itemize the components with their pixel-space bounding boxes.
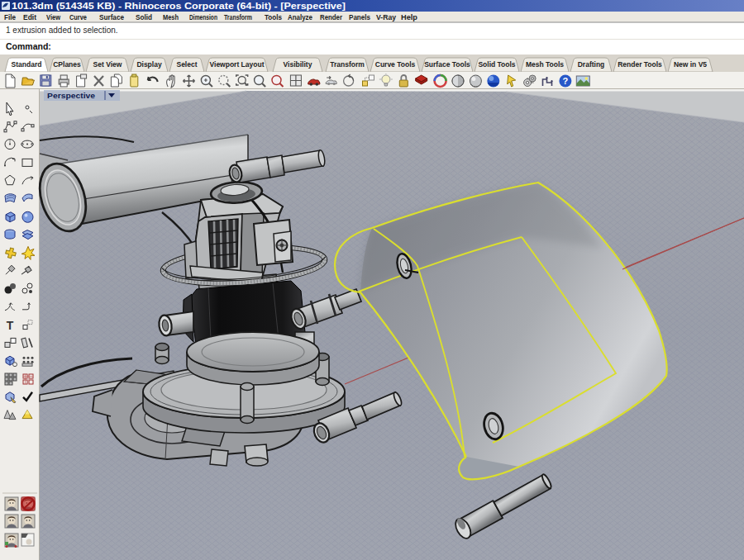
svg-text:Help: Help bbox=[401, 12, 417, 21]
svg-text:Solid Tools: Solid Tools bbox=[478, 60, 515, 69]
svg-text:1 extrusion added to selection: 1 extrusion added to selection. bbox=[6, 26, 118, 35]
svg-text:Solid: Solid bbox=[136, 12, 152, 21]
svg-text:Command:: Command: bbox=[6, 41, 51, 51]
svg-text:Display: Display bbox=[136, 60, 162, 69]
svg-text:101.3dm (514345 KB) - Rhinocer: 101.3dm (514345 KB) - Rhinoceros Corpora… bbox=[12, 2, 346, 11]
svg-text:Tools: Tools bbox=[265, 12, 282, 21]
svg-text:Panels: Panels bbox=[349, 12, 370, 21]
svg-text:Mesh Tools: Mesh Tools bbox=[526, 60, 564, 69]
svg-text:V-Ray: V-Ray bbox=[376, 12, 397, 21]
svg-text:Curve: Curve bbox=[69, 12, 87, 21]
svg-text:?: ? bbox=[563, 76, 569, 86]
svg-text:T: T bbox=[7, 319, 14, 332]
svg-text:CPlanes: CPlanes bbox=[53, 60, 81, 69]
svg-text:Edit: Edit bbox=[23, 12, 37, 21]
svg-text:New in V5: New in V5 bbox=[674, 60, 707, 69]
svg-text:View: View bbox=[46, 12, 60, 21]
svg-text:Mesh: Mesh bbox=[163, 12, 179, 21]
svg-text:Perspective: Perspective bbox=[47, 92, 95, 100]
svg-text:Set View: Set View bbox=[93, 60, 122, 69]
svg-text:Dimension: Dimension bbox=[189, 12, 217, 21]
svg-text:File: File bbox=[4, 12, 16, 21]
svg-text:Transform: Transform bbox=[330, 60, 365, 69]
svg-text:Standard: Standard bbox=[12, 60, 42, 69]
svg-text:Surface Tools: Surface Tools bbox=[424, 60, 470, 69]
svg-text:Transform: Transform bbox=[224, 12, 252, 21]
svg-text:Drafting: Drafting bbox=[578, 60, 605, 69]
svg-text:Select: Select bbox=[176, 60, 197, 69]
svg-text:Curve Tools: Curve Tools bbox=[375, 60, 416, 69]
svg-text:Render: Render bbox=[320, 12, 342, 21]
svg-text:Render Tools: Render Tools bbox=[618, 60, 662, 69]
svg-text:Viewport Layout: Viewport Layout bbox=[210, 60, 265, 69]
svg-text:Analyze: Analyze bbox=[288, 12, 312, 21]
svg-text:Surface: Surface bbox=[99, 12, 124, 21]
svg-text:Visibility: Visibility bbox=[284, 60, 312, 69]
